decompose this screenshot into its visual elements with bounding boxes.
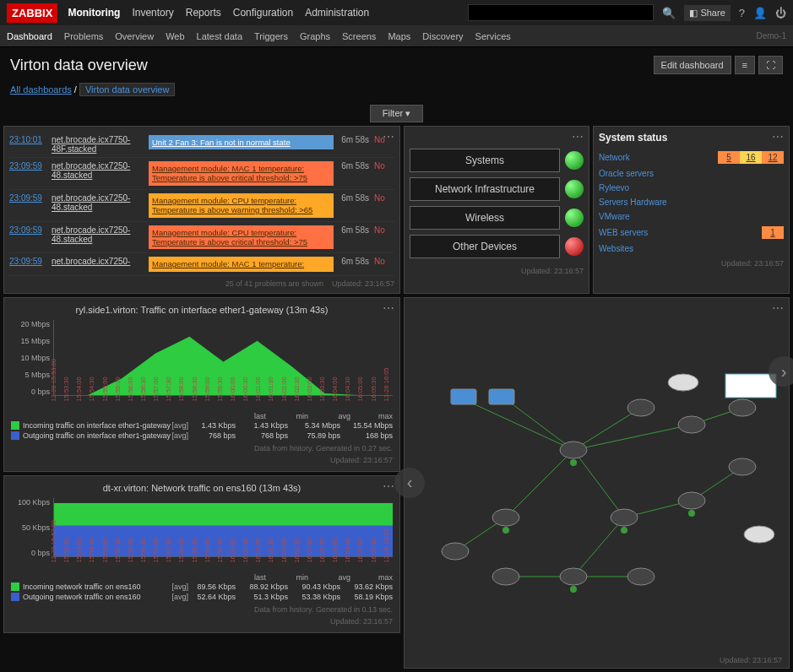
legend-row: Incoming network traffic on ens160[avg]8… [11, 582, 393, 592]
status-buttons-widget: ⋯ SystemsNetwork InfrastructureWirelessO… [404, 126, 589, 294]
problem-time[interactable]: 23:09:59 [9, 193, 52, 203]
problem-duration: 6m 58s [334, 225, 374, 235]
subnav-web[interactable]: Web [166, 31, 184, 41]
chart2-title: dt-xr.virton: Network traffic on ens160 … [11, 483, 393, 493]
sys-group-link[interactable]: Servers Hardware [599, 198, 784, 207]
sys-group-link[interactable]: WEB servers [599, 228, 762, 237]
topnav-inventory[interactable]: Inventory [132, 7, 173, 19]
subnav-maps[interactable]: Maps [388, 31, 410, 41]
widget-menu-icon[interactable]: ⋯ [383, 301, 394, 315]
network-map-widget: ⋯ ‹ › [404, 297, 790, 669]
problem-time[interactable]: 23:09:59 [9, 257, 52, 266]
status-led-icon [565, 151, 584, 170]
sys-group-link[interactable]: Ryleevo [599, 183, 784, 192]
problem-duration: 6m 58s [334, 135, 374, 144]
problem-ack[interactable]: No [374, 225, 394, 235]
problem-host[interactable]: net.brocade.icx7250-48.stacked [52, 193, 149, 212]
problem-description[interactable]: Management module: CPU temperature: Temp… [149, 225, 334, 250]
severity-count[interactable]: 12 [762, 151, 784, 164]
problem-time[interactable]: 23:09:59 [9, 161, 52, 171]
widget-menu-icon[interactable]: ⋯ [772, 130, 784, 144]
severity-count[interactable]: 1 [762, 226, 784, 239]
breadcrumb: All dashboards / Virton data overview [0, 83, 793, 101]
topnav-monitoring[interactable]: Monitoring [68, 7, 120, 19]
widget-menu-icon[interactable]: ⋯ [772, 301, 784, 315]
problem-row: 23:09:59 net.brocade.icx7250-48.stacked … [9, 190, 394, 222]
problem-ack[interactable]: No [374, 257, 394, 266]
user-icon[interactable]: 👤 [753, 7, 767, 19]
map-next-arrow[interactable]: › [769, 356, 793, 387]
logo: ZABBIX [7, 3, 57, 23]
status-led-icon [565, 180, 584, 198]
sys-status-row: VMware [599, 209, 784, 224]
fullscreen-icon[interactable]: ⛶ [758, 56, 783, 74]
subnav-overview[interactable]: Overview [115, 31, 154, 41]
host-label: Demo-1 [756, 31, 786, 41]
subnav-screens[interactable]: Screens [342, 31, 376, 41]
menu-icon[interactable]: ≡ [735, 56, 755, 74]
problem-ack[interactable]: No [374, 161, 394, 171]
sys-group-link[interactable]: Websites [599, 244, 784, 253]
subnav-latest-data[interactable]: Latest data [197, 31, 242, 41]
severity-count[interactable]: 5 [718, 151, 740, 164]
severity-count[interactable]: 16 [740, 151, 762, 164]
problem-time[interactable]: 23:10:01 [9, 135, 52, 144]
system-status-widget: ⋯ System status Network51612Oracle serve… [593, 126, 790, 294]
status-button-network-infrastructure[interactable]: Network Infrastructure [410, 177, 560, 201]
subnav-problems[interactable]: Problems [64, 31, 103, 41]
subnav-services[interactable]: Services [475, 31, 511, 41]
svg-point-33 [502, 527, 509, 534]
sys-group-link[interactable]: Oracle servers [599, 169, 784, 178]
breadcrumb-current[interactable]: Virton data overview [79, 83, 175, 96]
search-icon[interactable]: 🔍 [662, 7, 676, 19]
topnav-configuration[interactable]: Configuration [233, 7, 293, 19]
subnav-graphs[interactable]: Graphs [300, 31, 330, 41]
svg-rect-16 [451, 389, 476, 404]
problems-widget: ⋯ 23:10:01 net.brocade.icx7750-48F.stack… [3, 126, 400, 294]
sys-status-row: Network51612 [599, 149, 784, 166]
problem-host[interactable]: net.brocade.icx7250-48.stacked [52, 161, 149, 180]
svg-point-30 [668, 374, 698, 391]
help-icon[interactable]: ? [739, 7, 745, 19]
share-button[interactable]: ◧ Share [684, 5, 730, 21]
svg-line-8 [573, 450, 624, 518]
problem-duration: 6m 58s [334, 193, 374, 203]
problem-description[interactable]: Management module: MAC 1 temperature: Te… [149, 161, 334, 186]
problem-description[interactable]: Unit 2 Fan 3: Fan is not in normal state [149, 135, 334, 149]
subnav-dashboard[interactable]: Dashboard [7, 31, 52, 41]
problem-description[interactable]: Management module: CPU temperature: Temp… [149, 193, 334, 218]
edit-dashboard-button[interactable]: Edit dashboard [654, 56, 731, 74]
breadcrumb-root[interactable]: All dashboards [10, 84, 72, 95]
widget-menu-icon[interactable]: ⋯ [383, 130, 394, 144]
logout-icon[interactable]: ⏻ [775, 7, 786, 19]
topnav-reports[interactable]: Reports [186, 7, 221, 19]
topnav-administration[interactable]: Administration [305, 7, 369, 19]
problem-description[interactable]: Management module: MAC 1 temperature: [149, 257, 334, 271]
map-prev-arrow[interactable]: ‹ [394, 468, 425, 498]
problem-host[interactable]: net.brocade.icx7750-48F.stacked [52, 135, 149, 154]
topbar: ZABBIX MonitoringInventoryReportsConfigu… [0, 0, 793, 25]
problem-host[interactable]: net.brocade.icx7250- [52, 257, 149, 266]
problem-host[interactable]: net.brocade.icx7250-48.stacked [52, 225, 149, 244]
widget-menu-icon[interactable]: ⋯ [572, 130, 584, 144]
subnav-triggers[interactable]: Triggers [254, 31, 288, 41]
svg-line-11 [573, 518, 624, 577]
subnav-discovery[interactable]: Discovery [422, 31, 463, 41]
chart2-widget: ⋯ dt-xr.virton: Network traffic on ens16… [3, 475, 400, 633]
filter-button[interactable]: Filter ▾ [370, 105, 424, 122]
svg-point-20 [678, 416, 705, 433]
status-button-other-devices[interactable]: Other Devices [410, 235, 560, 258]
network-map[interactable] [405, 298, 789, 638]
search-input[interactable] [468, 4, 654, 21]
sys-group-link[interactable]: VMware [599, 212, 784, 221]
svg-line-4 [506, 399, 573, 450]
status-button-systems[interactable]: Systems [410, 149, 560, 172]
widget-menu-icon[interactable]: ⋯ [383, 480, 394, 493]
sys-group-link[interactable]: Network [599, 153, 718, 162]
sys-status-row: Ryleevo [599, 181, 784, 195]
sys-status-row: Servers Hardware [599, 195, 784, 209]
problem-time[interactable]: 23:09:59 [9, 225, 52, 235]
status-button-wireless[interactable]: Wireless [410, 206, 560, 230]
problem-ack[interactable]: No [374, 193, 394, 203]
svg-point-26 [492, 568, 519, 585]
